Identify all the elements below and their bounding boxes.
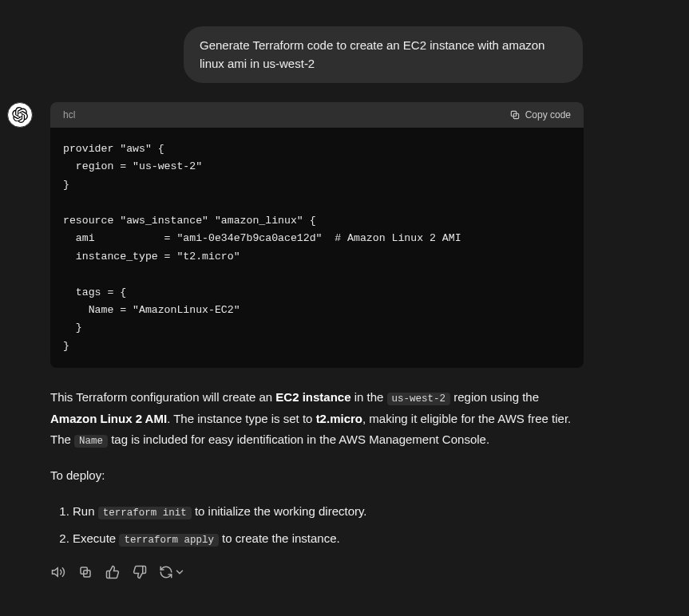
- text: Run: [73, 504, 98, 518]
- text: This Terraform configuration will create…: [50, 390, 275, 404]
- assistant-avatar: [7, 102, 33, 128]
- inline-code: terraform init: [98, 507, 192, 519]
- thumbs-down-button[interactable]: [132, 564, 148, 580]
- text: region using the: [450, 390, 539, 404]
- speaker-icon: [51, 565, 65, 579]
- bold-text: t2.micro: [316, 412, 362, 425]
- copy-message-button[interactable]: [77, 564, 93, 580]
- read-aloud-button[interactable]: [50, 564, 66, 580]
- code-block: hcl Copy code provider "aws" { region = …: [50, 102, 584, 368]
- user-message: Generate Terraform code to create an EC2…: [184, 26, 583, 83]
- user-message-text: Generate Terraform code to create an EC2…: [200, 38, 544, 70]
- text: . The instance type is set to: [167, 412, 316, 425]
- assistant-row: hcl Copy code provider "aws" { region = …: [7, 102, 670, 580]
- code-header: hcl Copy code: [50, 102, 584, 128]
- deploy-steps-list: Run terraform init to initialize the wor…: [50, 501, 584, 551]
- thumbs-down-icon: [133, 565, 147, 579]
- copy-icon: [509, 109, 521, 120]
- regenerate-button[interactable]: [159, 564, 185, 580]
- text: to initialize the working directory.: [192, 504, 367, 518]
- regenerate-icon: [159, 565, 173, 579]
- copy-code-label: Copy code: [525, 109, 571, 120]
- copy-code-button[interactable]: Copy code: [509, 109, 571, 120]
- chevron-down-icon: [174, 567, 185, 578]
- text: tag is included for easy identification …: [108, 432, 489, 446]
- list-item: Execute terraform apply to create the in…: [73, 528, 584, 550]
- assistant-text: This Terraform configuration will create…: [50, 387, 584, 580]
- list-item: Run terraform init to initialize the wor…: [73, 501, 584, 523]
- code-content[interactable]: provider "aws" { region = "us-west-2" } …: [50, 128, 584, 368]
- deploy-intro: To deploy:: [50, 465, 584, 486]
- explanation-paragraph: This Terraform configuration will create…: [50, 387, 584, 451]
- inline-code: terraform apply: [119, 534, 219, 547]
- text: in the: [351, 390, 387, 404]
- message-actions: [50, 564, 584, 580]
- bold-text: Amazon Linux 2 AMI: [50, 412, 167, 425]
- text: Execute: [73, 531, 119, 545]
- inline-code: us-west-2: [387, 393, 451, 405]
- thumbs-up-button[interactable]: [105, 564, 121, 580]
- inline-code: Name: [74, 435, 108, 448]
- copy-icon: [78, 565, 93, 579]
- text: to create the instance.: [219, 531, 340, 545]
- thumbs-up-icon: [105, 565, 120, 579]
- assistant-content: hcl Copy code provider "aws" { region = …: [50, 102, 584, 580]
- bold-text: EC2 instance: [275, 390, 350, 404]
- chat-container: Generate Terraform code to create an EC2…: [0, 0, 689, 616]
- code-language-label: hcl: [63, 109, 75, 120]
- openai-logo-icon: [12, 107, 28, 123]
